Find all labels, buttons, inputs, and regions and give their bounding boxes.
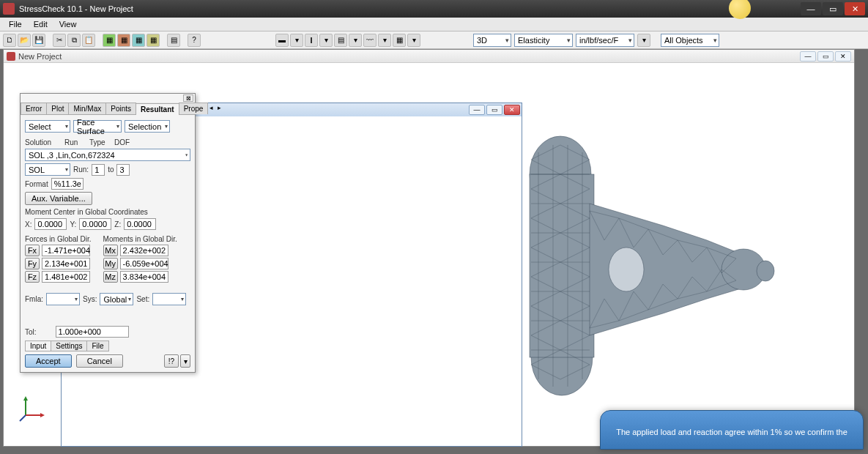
- surface-select[interactable]: Face Surface: [73, 120, 122, 133]
- paste-icon[interactable]: 📋: [82, 34, 95, 47]
- bottom-tab-file[interactable]: File: [86, 340, 108, 351]
- tab-points[interactable]: Points: [105, 103, 136, 114]
- mz-value[interactable]: 3.834e+004: [120, 271, 168, 283]
- dialog-close-button[interactable]: ⊠: [183, 94, 193, 102]
- accept-button[interactable]: Accept: [25, 354, 72, 368]
- dropdown-icon[interactable]: ▾: [407, 34, 420, 47]
- moments-label: Moments in Global Dir.: [103, 235, 177, 243]
- help-button[interactable]: !?: [164, 354, 179, 368]
- menu-edit[interactable]: Edit: [28, 18, 53, 30]
- tab-scroll-left[interactable]: ◂: [207, 103, 215, 114]
- window-maximize-button[interactable]: ▭: [823, 2, 843, 15]
- format-label: Format: [25, 180, 48, 188]
- cut-icon[interactable]: ✂: [53, 34, 66, 47]
- fx-button[interactable]: Fx: [25, 245, 40, 256]
- mz-button[interactable]: Mz: [103, 271, 118, 283]
- dropdown-icon[interactable]: ▾: [349, 34, 362, 47]
- set-select[interactable]: [152, 293, 186, 305]
- tab-error[interactable]: Error: [21, 103, 47, 114]
- tab-properties[interactable]: Prope: [179, 103, 209, 114]
- dropdown-icon[interactable]: ▾: [290, 34, 303, 47]
- fx-value[interactable]: -1.471e+004: [42, 245, 90, 256]
- project-title: New Project: [18, 52, 798, 61]
- mx-value[interactable]: 2.432e+002: [120, 245, 168, 256]
- sub-restore-button[interactable]: ▭: [817, 51, 834, 62]
- new-icon[interactable]: 🗋: [3, 34, 16, 47]
- layer-tool-icon[interactable]: ▤: [334, 34, 347, 47]
- tab-minmax[interactable]: Min/Max: [68, 103, 106, 114]
- run-to-input[interactable]: 3: [116, 164, 130, 176]
- y-input[interactable]: 0.0000: [79, 218, 111, 230]
- sys-select[interactable]: Global: [100, 293, 133, 305]
- fy-button[interactable]: Fy: [25, 258, 40, 269]
- format-input[interactable]: %11.3e: [51, 178, 84, 190]
- dropdown-icon[interactable]: ▾: [378, 34, 391, 47]
- tool-icon-4[interactable]: ▦: [146, 34, 160, 47]
- project-icon: [7, 52, 15, 61]
- tab-plot[interactable]: Plot: [46, 103, 69, 114]
- type-header: Type: [89, 138, 111, 146]
- my-button[interactable]: My: [103, 258, 118, 269]
- select-mode[interactable]: Select: [25, 120, 70, 133]
- window-close-button[interactable]: ✕: [845, 2, 865, 15]
- mesh-tool-icon[interactable]: ▦: [393, 34, 406, 47]
- svg-line-19: [20, 415, 26, 421]
- bottom-tab-input[interactable]: Input: [25, 340, 51, 351]
- forces-label: Forces in Global Dir.: [25, 235, 92, 243]
- objects-select[interactable]: All Objects: [661, 34, 719, 47]
- fz-button[interactable]: Fz: [25, 271, 40, 283]
- dropdown-icon[interactable]: ▾: [319, 34, 333, 47]
- menu-view[interactable]: View: [53, 18, 83, 30]
- tool-icon-1[interactable]: ▦: [103, 34, 116, 47]
- dof-header: DOF: [114, 138, 130, 146]
- open-icon[interactable]: 📂: [18, 34, 31, 47]
- mesh-model[interactable]: [516, 130, 780, 401]
- set-label: Set:: [136, 295, 149, 303]
- fmla-select[interactable]: [46, 293, 80, 305]
- viewport-close-button[interactable]: ✕: [504, 105, 520, 115]
- callout-text: The applied load and reaction agree with…: [616, 428, 847, 436]
- copy-icon[interactable]: ⧉: [67, 34, 81, 47]
- svg-point-3: [609, 248, 644, 291]
- tool-icon-2[interactable]: ▦: [117, 34, 130, 47]
- analysis-select[interactable]: Elasticity: [514, 34, 573, 47]
- x-input[interactable]: 0.0000: [34, 218, 67, 230]
- solution-line-select[interactable]: SOL ,3 ,Lin,Con,672324: [25, 149, 190, 161]
- help-dropdown-button[interactable]: ▾: [180, 354, 190, 368]
- dimension-select[interactable]: 3D: [473, 34, 511, 47]
- menu-file[interactable]: File: [3, 18, 28, 30]
- sub-close-button[interactable]: ✕: [835, 51, 851, 62]
- help-icon[interactable]: ?: [188, 34, 201, 47]
- viewport-restore-button[interactable]: ▭: [486, 105, 502, 115]
- tol-input[interactable]: 1.000e+000: [56, 326, 129, 338]
- solution-header: Solution: [25, 138, 62, 146]
- selection-select[interactable]: Selection: [125, 120, 170, 133]
- shape-tool-1[interactable]: ▬: [275, 34, 289, 47]
- units-more-icon[interactable]: ▾: [637, 34, 650, 47]
- sub-minimize-button[interactable]: —: [800, 51, 816, 62]
- tool-icon-5[interactable]: ▤: [167, 34, 180, 47]
- window-minimize-button[interactable]: —: [801, 2, 821, 15]
- bottom-tab-settings[interactable]: Settings: [51, 340, 87, 351]
- run-from-input[interactable]: 1: [92, 164, 105, 176]
- fy-value[interactable]: 2.134e+001: [42, 258, 90, 269]
- curve-tool-icon[interactable]: 〰: [363, 34, 376, 47]
- tool-icon-3[interactable]: ▦: [132, 34, 145, 47]
- aux-variable-button[interactable]: Aux. Variable...: [25, 192, 92, 205]
- cancel-button[interactable]: Cancel: [76, 354, 123, 368]
- my-value[interactable]: -6.059e+004: [120, 258, 168, 269]
- x-label: X:: [25, 220, 31, 228]
- mx-button[interactable]: Mx: [103, 245, 118, 256]
- save-icon[interactable]: 💾: [32, 34, 45, 47]
- fmla-label: Fmla:: [25, 295, 43, 303]
- z-input[interactable]: 0.0000: [124, 218, 156, 230]
- units-select[interactable]: in/lbf/sec/F: [576, 34, 634, 47]
- run-header: Run: [64, 138, 86, 146]
- window-title: StressCheck 10.1 - New Project: [19, 4, 799, 13]
- viewport-minimize-button[interactable]: —: [469, 105, 485, 115]
- tab-scroll-right[interactable]: ▸: [215, 103, 223, 114]
- text-tool-icon[interactable]: I: [305, 34, 318, 47]
- tab-resultant[interactable]: Resultant: [136, 103, 179, 115]
- sol-select[interactable]: SOL: [25, 163, 70, 176]
- fz-value[interactable]: 1.481e+002: [42, 271, 90, 283]
